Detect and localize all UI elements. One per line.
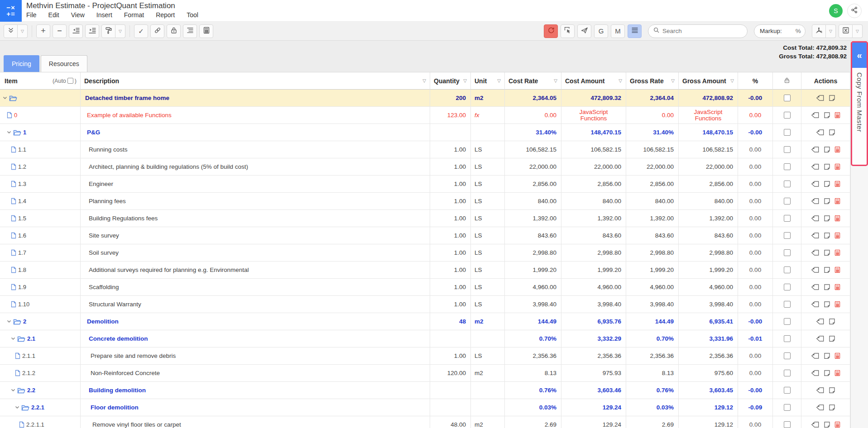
table-row[interactable]: 1.3 Engineer 1.00 LS 2,856.00 2,856.00 2… (0, 176, 850, 193)
item-cell[interactable]: 2.2 (0, 382, 81, 399)
lock-checkbox[interactable] (784, 198, 791, 204)
gross-rate-cell[interactable]: 2,364.04 (626, 90, 679, 107)
markup-box[interactable]: Markup: % (754, 24, 806, 38)
note-icon[interactable] (824, 284, 830, 290)
description-cell[interactable]: Floor demolition (81, 399, 430, 416)
note-icon[interactable] (829, 404, 835, 411)
cost-rate-cell[interactable]: 843.60 (505, 227, 561, 244)
cost-rate-cell[interactable]: 22,000.00 (505, 158, 561, 176)
gross-rate-cell[interactable]: 31.40% (626, 124, 679, 141)
table-row[interactable]: 1.5 Building Regulations fees 1.00 LS 1,… (0, 210, 850, 227)
quantity-cell[interactable]: 120.00 (430, 365, 471, 382)
item-cell[interactable]: 0 (0, 107, 81, 124)
cost-rate-cell[interactable]: 106,582.15 (505, 141, 561, 158)
col-unit[interactable]: Unit▽ (471, 72, 505, 90)
item-cell[interactable]: 1 (0, 124, 81, 141)
unit-cell[interactable]: m2 (471, 90, 505, 107)
lock-checkbox[interactable] (784, 112, 791, 119)
collapse-options-button[interactable]: ▽ (18, 24, 28, 38)
chevron-down-icon[interactable] (7, 131, 11, 134)
cost-amount-cell[interactable]: 3,998.40 (561, 296, 626, 313)
item-cell[interactable]: 2.2.1.1 (0, 416, 81, 428)
quantity-cell[interactable]: 1.00 (430, 227, 471, 244)
lock-checkbox[interactable] (784, 95, 791, 101)
link-button[interactable] (150, 24, 164, 38)
menu-item[interactable]: Edit (48, 11, 59, 19)
cost-rate-cell[interactable]: 0.76% (505, 382, 561, 399)
tag-icon[interactable] (811, 163, 820, 170)
quantity-cell[interactable]: 48 (430, 313, 471, 330)
note-icon[interactable] (829, 95, 835, 101)
gross-amount-cell[interactable]: 843.60 (679, 227, 738, 244)
gross-amount-cell[interactable]: 22,000.00 (679, 158, 738, 176)
gross-amount-cell[interactable]: 840.00 (679, 193, 738, 210)
cost-rate-cell[interactable]: 1,392.00 (505, 210, 561, 227)
col-description[interactable]: Description▽ (81, 72, 430, 90)
calculation-icon[interactable] (834, 163, 840, 170)
tag-icon[interactable] (811, 112, 820, 119)
description-cell[interactable]: Example of available Functions (81, 107, 430, 124)
quantity-cell[interactable]: 1.00 (430, 296, 471, 313)
table-row[interactable]: 2.2.1 Floor demolition 0.03% 129.24 0.03… (0, 399, 850, 416)
gross-rate-cell[interactable]: 0.00 (626, 107, 679, 124)
tag-icon[interactable] (816, 318, 825, 325)
cost-rate-cell[interactable]: 0.70% (505, 330, 561, 347)
note-icon[interactable] (829, 387, 835, 394)
cost-amount-cell[interactable]: 843.60 (561, 227, 626, 244)
lock-checkbox[interactable] (784, 232, 791, 239)
sort-caret-icon[interactable]: ▽ (619, 78, 622, 83)
list-button[interactable] (183, 24, 197, 38)
pdf-export-options-button[interactable]: ▽ (826, 24, 836, 38)
col-cost-rate[interactable]: Cost Rate▽ (505, 72, 561, 90)
quantity-cell[interactable]: 1.00 (430, 244, 471, 262)
cost-rate-cell[interactable]: 840.00 (505, 193, 561, 210)
table-row[interactable]: 2.1.2 Non-Reinforced Concrete 120.00 m2 … (0, 365, 850, 382)
tag-icon[interactable] (811, 198, 820, 204)
chevron-down-icon[interactable] (11, 389, 15, 392)
table-row[interactable]: 2.1.1 Prepare site and remove debris 1.0… (0, 347, 850, 365)
description-cell[interactable]: Engineer (81, 176, 430, 193)
cost-amount-cell[interactable]: 3,332.29 (561, 330, 626, 347)
note-icon[interactable] (824, 198, 830, 204)
unit-cell[interactable]: LS (471, 296, 505, 313)
note-icon[interactable] (824, 249, 830, 256)
tag-icon[interactable] (811, 421, 820, 428)
unit-cell[interactable]: LS (471, 262, 505, 279)
gross-amount-cell[interactable]: 3,331.96 (679, 330, 738, 347)
menu-item[interactable]: Report (156, 11, 175, 19)
cost-rate-cell[interactable]: 8.13 (505, 365, 561, 382)
gross-amount-cell[interactable]: JavaScript Functions (679, 107, 738, 124)
description-cell[interactable]: Building demolition (81, 382, 430, 399)
table-row[interactable]: Detached timber frame home 200 m2 2,364.… (0, 90, 850, 107)
description-cell[interactable]: Non-Reinforced Concrete (81, 365, 430, 382)
note-icon[interactable] (824, 352, 830, 359)
sort-caret-icon[interactable]: ▽ (554, 78, 557, 83)
add-row-button[interactable]: + (36, 24, 50, 38)
unit-cell[interactable] (471, 330, 505, 347)
quantity-cell[interactable]: 48.00 (430, 416, 471, 428)
table-row[interactable]: 2.1 Concrete demolition 0.70% 3,332.29 0… (0, 330, 850, 347)
quantity-cell[interactable] (430, 382, 471, 399)
calculation-icon[interactable] (834, 181, 840, 187)
indent-button[interactable] (85, 24, 99, 38)
chevron-down-icon[interactable] (15, 406, 19, 409)
cost-rate-cell[interactable]: 3,998.40 (505, 296, 561, 313)
unit-cell[interactable]: LS (471, 347, 505, 365)
send-button[interactable] (577, 24, 591, 38)
tag-icon[interactable] (811, 284, 820, 290)
menu-item[interactable]: File (26, 11, 37, 19)
outdent-button[interactable] (69, 24, 83, 38)
share-button[interactable] (847, 4, 862, 18)
lock-checkbox[interactable] (784, 249, 791, 256)
col-gross-amount[interactable]: Gross Amount▽ (679, 72, 738, 90)
gross-rate-cell[interactable]: 840.00 (626, 193, 679, 210)
item-cell[interactable]: 2.2.1 (0, 399, 81, 416)
note-icon[interactable] (824, 266, 830, 273)
calculation-icon[interactable] (834, 249, 840, 256)
lock-checkbox[interactable] (784, 146, 791, 153)
sort-caret-icon[interactable]: ▽ (730, 78, 734, 83)
gross-rate-cell[interactable]: 843.60 (626, 227, 679, 244)
table-row[interactable]: 1.9 Scaffolding 1.00 LS 4,960.00 4,960.0… (0, 279, 850, 296)
tag-icon[interactable] (811, 249, 820, 256)
table-row[interactable]: 1.1 Running costs 1.00 LS 106,582.15 106… (0, 141, 850, 158)
